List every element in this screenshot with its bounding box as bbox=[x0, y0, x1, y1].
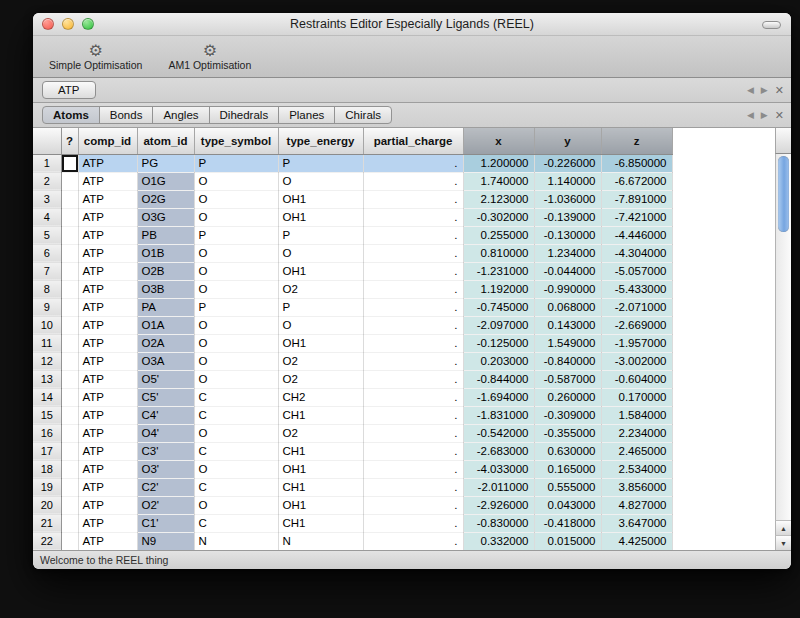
cell-partial_charge[interactable]: . bbox=[363, 154, 463, 172]
cell-x[interactable]: 1.192000 bbox=[463, 280, 534, 298]
cell-z[interactable]: -1.957000 bbox=[601, 334, 672, 352]
cell-comp_id[interactable]: ATP bbox=[78, 532, 137, 550]
cell-partial_charge[interactable]: . bbox=[363, 298, 463, 316]
cell-partial_charge[interactable]: . bbox=[363, 280, 463, 298]
cell-type_energy[interactable]: CH1 bbox=[278, 514, 363, 532]
cell-atom_id[interactable]: PB bbox=[137, 226, 194, 244]
cell-partial_charge[interactable]: . bbox=[363, 190, 463, 208]
cell-comp_id[interactable]: ATP bbox=[78, 496, 137, 514]
tab-close-icon[interactable]: ✕ bbox=[775, 84, 784, 97]
col-header-x[interactable]: x bbox=[463, 128, 534, 154]
cell-type_energy[interactable]: OH1 bbox=[278, 460, 363, 478]
cell-x[interactable]: -0.542000 bbox=[463, 424, 534, 442]
cell-y[interactable]: 0.165000 bbox=[534, 460, 601, 478]
cell-comp_id[interactable]: ATP bbox=[78, 424, 137, 442]
cell-type_energy[interactable]: P bbox=[278, 154, 363, 172]
cell-atom_id[interactable]: O1A bbox=[137, 316, 194, 334]
cell-y[interactable]: -0.990000 bbox=[534, 280, 601, 298]
cell-z[interactable]: -6.672000 bbox=[601, 172, 672, 190]
tab-atoms[interactable]: Atoms bbox=[42, 106, 100, 124]
tab-angles[interactable]: Angles bbox=[152, 106, 209, 124]
cell-y[interactable]: 0.043000 bbox=[534, 496, 601, 514]
cell-type_symbol[interactable]: O bbox=[194, 190, 278, 208]
cell-z[interactable]: -7.421000 bbox=[601, 208, 672, 226]
cell-z[interactable]: 0.170000 bbox=[601, 388, 672, 406]
cell-select[interactable] bbox=[61, 406, 78, 424]
cell-row_number[interactable]: 21 bbox=[33, 514, 61, 532]
cell-partial_charge[interactable]: . bbox=[363, 388, 463, 406]
cell-y[interactable]: 0.630000 bbox=[534, 442, 601, 460]
cell-z[interactable]: -6.850000 bbox=[601, 154, 672, 172]
cell-comp_id[interactable]: ATP bbox=[78, 388, 137, 406]
cell-atom_id[interactable]: O3G bbox=[137, 208, 194, 226]
cell-atom_id[interactable]: O3' bbox=[137, 460, 194, 478]
cell-type_symbol[interactable]: P bbox=[194, 226, 278, 244]
cell-type_energy[interactable]: O2 bbox=[278, 424, 363, 442]
cell-z[interactable]: 2.534000 bbox=[601, 460, 672, 478]
cell-atom_id[interactable]: O3B bbox=[137, 280, 194, 298]
cell-select[interactable] bbox=[61, 334, 78, 352]
cell-type_symbol[interactable]: O bbox=[194, 316, 278, 334]
cell-partial_charge[interactable]: . bbox=[363, 370, 463, 388]
cell-row_number[interactable]: 13 bbox=[33, 370, 61, 388]
cell-type_symbol[interactable]: N bbox=[194, 532, 278, 550]
cell-z[interactable]: 3.856000 bbox=[601, 478, 672, 496]
cell-select[interactable] bbox=[61, 514, 78, 532]
cell-z[interactable]: -7.891000 bbox=[601, 190, 672, 208]
cell-type_energy[interactable]: OH1 bbox=[278, 262, 363, 280]
cell-z[interactable]: -2.669000 bbox=[601, 316, 672, 334]
cell-partial_charge[interactable]: . bbox=[363, 208, 463, 226]
cell-z[interactable]: 2.234000 bbox=[601, 424, 672, 442]
cell-x[interactable]: 1.740000 bbox=[463, 172, 534, 190]
cell-atom_id[interactable]: O3A bbox=[137, 352, 194, 370]
cell-partial_charge[interactable]: . bbox=[363, 172, 463, 190]
cell-x[interactable]: 0.810000 bbox=[463, 244, 534, 262]
cell-type_energy[interactable]: P bbox=[278, 298, 363, 316]
cell-row_number[interactable]: 12 bbox=[33, 352, 61, 370]
cell-x[interactable]: -2.683000 bbox=[463, 442, 534, 460]
cell-comp_id[interactable]: ATP bbox=[78, 208, 137, 226]
cell-y[interactable]: 0.260000 bbox=[534, 388, 601, 406]
cell-partial_charge[interactable]: . bbox=[363, 334, 463, 352]
cell-type_symbol[interactable]: C bbox=[194, 442, 278, 460]
col-header-z[interactable]: z bbox=[601, 128, 672, 154]
cell-select[interactable] bbox=[61, 280, 78, 298]
cell-atom_id[interactable]: PG bbox=[137, 154, 194, 172]
cell-row_number[interactable]: 14 bbox=[33, 388, 61, 406]
cell-y[interactable]: 0.143000 bbox=[534, 316, 601, 334]
cell-type_symbol[interactable]: O bbox=[194, 208, 278, 226]
cell-x[interactable]: 2.123000 bbox=[463, 190, 534, 208]
cell-x[interactable]: -2.926000 bbox=[463, 496, 534, 514]
cell-select[interactable] bbox=[61, 226, 78, 244]
cell-type_symbol[interactable]: O bbox=[194, 352, 278, 370]
cell-row_number[interactable]: 22 bbox=[33, 532, 61, 550]
cell-y[interactable]: -0.044000 bbox=[534, 262, 601, 280]
cell-atom_id[interactable]: C4' bbox=[137, 406, 194, 424]
cell-type_symbol[interactable]: O bbox=[194, 460, 278, 478]
cell-row_number[interactable]: 6 bbox=[33, 244, 61, 262]
cell-type_energy[interactable]: O2 bbox=[278, 370, 363, 388]
cell-y[interactable]: -0.226000 bbox=[534, 154, 601, 172]
cell-comp_id[interactable]: ATP bbox=[78, 298, 137, 316]
cell-comp_id[interactable]: ATP bbox=[78, 514, 137, 532]
toolbar-toggle-button[interactable] bbox=[762, 21, 781, 29]
cell-type_symbol[interactable]: O bbox=[194, 280, 278, 298]
cell-atom_id[interactable]: PA bbox=[137, 298, 194, 316]
cell-select[interactable] bbox=[61, 154, 78, 172]
cell-z[interactable]: 2.465000 bbox=[601, 442, 672, 460]
cell-partial_charge[interactable]: . bbox=[363, 244, 463, 262]
cell-type_symbol[interactable]: P bbox=[194, 154, 278, 172]
cell-partial_charge[interactable]: . bbox=[363, 262, 463, 280]
cell-type_symbol[interactable]: C bbox=[194, 406, 278, 424]
cell-x[interactable]: 0.255000 bbox=[463, 226, 534, 244]
cell-type_energy[interactable]: OH1 bbox=[278, 334, 363, 352]
cell-x[interactable]: 0.332000 bbox=[463, 532, 534, 550]
cell-comp_id[interactable]: ATP bbox=[78, 334, 137, 352]
cell-partial_charge[interactable]: . bbox=[363, 442, 463, 460]
cell-x[interactable]: -1.231000 bbox=[463, 262, 534, 280]
cell-comp_id[interactable]: ATP bbox=[78, 442, 137, 460]
cell-type_energy[interactable]: O2 bbox=[278, 280, 363, 298]
cell-row_number[interactable]: 19 bbox=[33, 478, 61, 496]
cell-type_symbol[interactable]: O bbox=[194, 334, 278, 352]
cell-type_energy[interactable]: O bbox=[278, 244, 363, 262]
